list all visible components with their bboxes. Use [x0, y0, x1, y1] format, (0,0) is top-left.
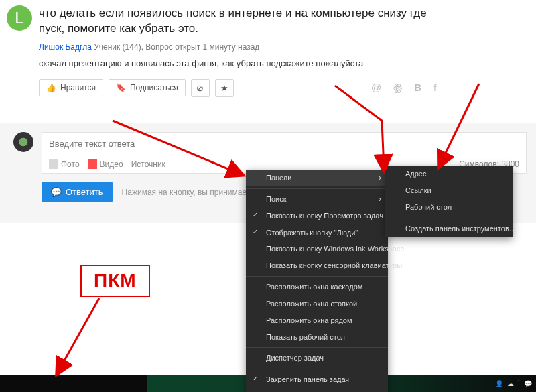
question-actions: 👍 Нравится 🔖 Подписаться ⊘ ★ @ ꙮ B f — [39, 79, 440, 97]
attach-video-button[interactable]: Видео — [88, 159, 123, 169]
tray-cloud-icon[interactable]: ☁ — [507, 380, 514, 387]
tos-text: Нажимая на кнопку, вы принимаете ус — [122, 188, 265, 197]
menu-item-people[interactable]: Отображать кнопку "Люди" — [246, 224, 388, 241]
question-card: L что делать если появилось поиск в инте… — [0, 0, 449, 105]
video-label: Видео — [100, 159, 123, 169]
menu-item-taskmgr[interactable]: Диспетчер задач — [246, 350, 388, 367]
menu-item-taskview[interactable]: Показать кнопку Просмотра задач — [246, 208, 388, 224]
menu-item-showdesktop[interactable]: Показать рабочий стол — [246, 329, 388, 346]
question-avatar[interactable]: L — [7, 5, 32, 31]
star-icon: ★ — [220, 83, 228, 93]
menu-separator — [246, 369, 388, 369]
subscribe-button[interactable]: 🔖 Подписаться — [109, 79, 186, 96]
subscribe-label: Подписаться — [130, 83, 178, 92]
menu-item-locktaskbar[interactable]: Закрепить панель задач — [246, 371, 388, 388]
tray-people-icon[interactable]: 👤 — [495, 380, 503, 387]
menu-separator — [385, 218, 513, 218]
submit-answer-button[interactable]: 💬 Ответить — [42, 182, 113, 202]
share-row: @ ꙮ B f — [371, 82, 437, 94]
share-vk-icon[interactable]: B — [414, 82, 421, 94]
author-rank: Ученик (144) — [94, 42, 141, 52]
svg-line-2 — [57, 298, 99, 374]
share-ok-icon[interactable]: ꙮ — [393, 82, 402, 94]
author-link[interactable]: Лишок Бадгла — [39, 42, 92, 52]
menu-separator — [246, 188, 388, 189]
menu-separator — [246, 347, 388, 348]
menu-item-ink[interactable]: Показать кнопку Windows Ink Workspace — [246, 241, 388, 257]
question-status: Вопрос открыт 1 минуту назад — [145, 42, 259, 52]
tray-chevron-icon[interactable]: ˆ — [518, 380, 520, 387]
share-fb-icon[interactable]: f — [433, 82, 437, 94]
menu-item-cascade[interactable]: Расположить окна каскадом — [246, 279, 388, 296]
source-button[interactable]: Источник — [131, 159, 165, 169]
submenu-item-address[interactable]: Адрес — [385, 166, 513, 182]
question-body: скачал презентацию и появилась эта фигня… — [39, 58, 440, 68]
photo-label: Фото — [61, 159, 80, 169]
photo-icon — [49, 159, 58, 169]
question-title: что делать если появилось поиск в интерн… — [39, 6, 440, 37]
submenu-item-desktop[interactable]: Рабочий стол — [385, 199, 513, 216]
system-tray[interactable]: 👤 ☁ ˆ 💬 — [495, 375, 532, 392]
answer-input[interactable] — [42, 133, 526, 155]
menu-item-settings[interactable]: Параметры панели задач — [246, 388, 388, 392]
block-icon: ⊘ — [196, 83, 204, 93]
canvas: L что делать если появилось поиск в инте… — [0, 0, 536, 392]
source-label: Источник — [131, 159, 165, 169]
favorite-button[interactable]: ★ — [215, 79, 234, 97]
like-button[interactable]: 👍 Нравится — [39, 79, 103, 96]
video-icon — [88, 159, 97, 169]
block-button[interactable]: ⊘ — [191, 79, 210, 97]
panels-submenu: Адрес Ссылки Рабочий стол Создать панель… — [385, 166, 513, 237]
tray-notification-icon[interactable]: 💬 — [524, 380, 532, 387]
like-label: Нравится — [60, 83, 96, 92]
menu-item-sidebyside[interactable]: Расположить окна рядом — [246, 312, 388, 329]
annotation-pkm: ПКМ — [80, 265, 150, 297]
chat-icon: 💬 — [51, 187, 62, 197]
submit-label: Ответить — [66, 187, 103, 197]
share-mailru-icon[interactable]: @ — [371, 82, 381, 94]
submenu-item-newtoolbar[interactable]: Создать панель инструментов... — [385, 220, 513, 237]
menu-item-stack[interactable]: Расположить окна стопкой — [246, 296, 388, 312]
question-meta: Лишок Бадгла Ученик (144), Вопрос открыт… — [39, 42, 440, 52]
thumbs-up-icon: 👍 — [46, 83, 56, 92]
menu-item-panels[interactable]: Панели — [246, 170, 388, 186]
current-user-avatar[interactable] — [13, 132, 34, 152]
attach-photo-button[interactable]: Фото — [49, 159, 80, 169]
menu-item-search[interactable]: Поиск — [246, 191, 388, 208]
menu-item-touchkb[interactable]: Показать кнопку сенсорной клавиатуры — [246, 257, 388, 274]
menu-separator — [246, 276, 388, 277]
taskbar-context-menu: Панели Поиск Показать кнопку Просмотра з… — [246, 170, 388, 392]
submenu-item-links[interactable]: Ссылки — [385, 182, 513, 199]
bookmark-icon: 🔖 — [116, 83, 126, 92]
